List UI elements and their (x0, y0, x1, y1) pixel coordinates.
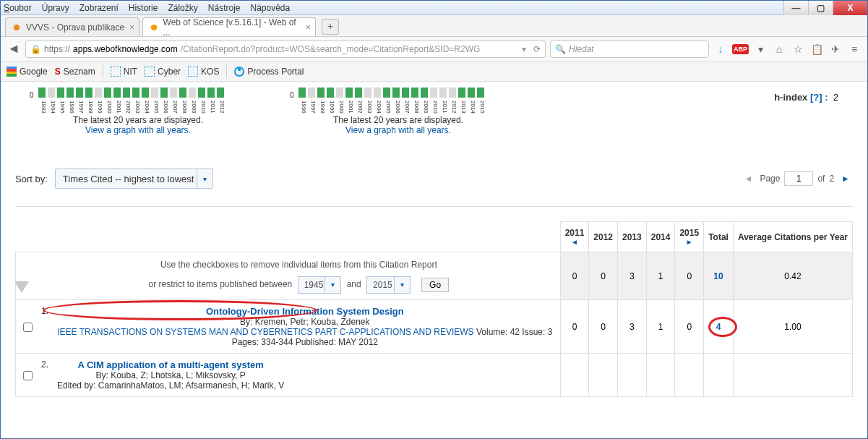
table-row: 1. Ontology-Driven Information System De… (16, 300, 853, 354)
year-to-select[interactable]: 2015▾ (366, 276, 411, 294)
new-tab-button[interactable]: + (322, 19, 339, 35)
svg-text:1998: 1998 (87, 101, 94, 114)
year-prev-icon[interactable]: ◄ (565, 238, 585, 246)
table-row: 2. A CIM application of a multi-agent sy… (16, 354, 853, 397)
svg-text:2003: 2003 (366, 101, 373, 114)
pager-page-input[interactable] (784, 171, 813, 186)
record-title-link[interactable]: Ontology-Driven Information System Desig… (206, 306, 404, 317)
col-year-2015: 2015► (675, 222, 704, 252)
url-path: /CitationReport.do?product=WOS&search_mo… (181, 44, 481, 54)
pager-next-button[interactable]: ► (838, 174, 853, 184)
svg-text:1995: 1995 (59, 101, 66, 114)
bookmark-google[interactable]: Google (7, 67, 48, 77)
menu-historie[interactable]: Historie (129, 3, 158, 13)
url-dropdown-icon[interactable]: ▾ (522, 44, 526, 54)
reload-icon[interactable]: ⟳ (533, 44, 541, 54)
svg-text:2010: 2010 (200, 101, 207, 114)
svg-text:2006: 2006 (163, 101, 169, 114)
col-year-2011: 2011◄ (560, 222, 589, 252)
svg-rect-33 (189, 88, 196, 98)
search-placeholder: Hledat (569, 44, 594, 54)
row-checkbox[interactable] (23, 307, 33, 347)
svg-text:2001: 2001 (116, 101, 122, 114)
cell-2014: 1 (646, 300, 675, 354)
svg-text:1999: 1999 (97, 101, 103, 114)
summary-total[interactable]: 10 (704, 252, 734, 300)
pager-prev-button[interactable]: ◄ (741, 174, 755, 184)
col-year-2013: 2013 (618, 222, 647, 252)
svg-rect-74 (449, 88, 456, 98)
col-total: Total (704, 222, 734, 252)
browser-search-input[interactable]: 🔍 Hledat (550, 41, 709, 58)
clipboard-icon[interactable]: 📋 (809, 43, 824, 55)
record-source-link[interactable]: IEEE TRANSACTIONS ON SYSTEMS MAN AND CYB… (57, 327, 473, 337)
bookmark-seznam[interactable]: SSeznam (55, 67, 95, 77)
menu-soubor[interactable]: Soubor (4, 3, 32, 13)
sort-dropdown-value: Times Cited -- highest to lowest (63, 174, 194, 184)
svg-rect-5 (57, 88, 64, 98)
send-icon[interactable]: ✈ (828, 43, 843, 55)
sort-by-label: Sort by: (15, 174, 48, 184)
bookmark-star-icon[interactable]: ☆ (791, 43, 805, 55)
svg-text:1993: 1993 (40, 101, 47, 114)
row-checkbox[interactable] (23, 361, 33, 391)
window-maximize-button[interactable]: ▢ (808, 1, 833, 15)
home-icon[interactable]: ⌂ (772, 43, 786, 55)
bookmark-process-portal[interactable]: Process Portal (234, 67, 304, 77)
bookmark-kos[interactable]: KOS (188, 67, 219, 77)
window-minimize-button[interactable]: — (783, 1, 808, 15)
svg-rect-37 (207, 88, 215, 98)
svg-rect-31 (179, 88, 186, 98)
browser-tab-wos[interactable]: Web of Science [v.5.16.1] - Web of ... × (142, 17, 316, 36)
svg-text:2003: 2003 (134, 101, 141, 114)
folder-icon (145, 67, 155, 77)
row-number: 1. (41, 306, 48, 347)
hamburger-menu-icon[interactable]: ≡ (847, 43, 861, 55)
svg-text:2012: 2012 (219, 101, 225, 114)
menu-zobrazeni[interactable]: Zobrazení (80, 3, 119, 13)
chart-all-years-link[interactable]: View a graph with all years. (30, 125, 246, 135)
abp-dropdown-icon[interactable]: ▾ (753, 43, 768, 55)
cell-total[interactable]: 4 (704, 300, 734, 354)
svg-rect-66 (411, 88, 418, 98)
svg-text:1996: 1996 (301, 101, 307, 114)
record-title-link[interactable]: A CIM application of a multi-agent syste… (77, 359, 263, 370)
summary-2012: 0 (589, 252, 618, 300)
nav-back-button[interactable]: ◄ (7, 42, 21, 56)
browser-tab-vvvs[interactable]: VVVS - Oprava publikace × (5, 17, 139, 36)
bookmark-cyber[interactable]: Cyber (145, 67, 181, 77)
svg-rect-70 (430, 88, 437, 98)
year-next-icon[interactable]: ► (679, 238, 699, 246)
svg-rect-42 (298, 88, 306, 98)
menu-upravy[interactable]: Úpravy (42, 3, 69, 13)
svg-text:2012: 2012 (451, 101, 457, 114)
menu-nastroje[interactable]: Nástroje (208, 3, 241, 13)
chevron-down-icon: ▾ (325, 277, 340, 293)
tab-close-icon[interactable]: × (129, 22, 134, 33)
go-button[interactable]: Go (421, 278, 449, 292)
page-content: 0199319941995199619971998199920002001200… (1, 82, 867, 438)
google-icon (7, 67, 17, 77)
menu-zalozky[interactable]: Záložky (168, 3, 197, 13)
svg-rect-3 (48, 88, 55, 98)
svg-text:1994: 1994 (50, 101, 56, 114)
window-close-button[interactable]: X (833, 1, 867, 15)
chart-all-years-link[interactable]: View a graph with all years. (290, 125, 507, 135)
year-from-select[interactable]: 1945▾ (298, 276, 342, 294)
bookmark-nit[interactable]: NIT (111, 67, 137, 77)
chevron-down-icon: ▾ (394, 277, 410, 293)
menu-napoveda[interactable]: Nápověda (250, 3, 290, 13)
tab-close-icon[interactable]: × (306, 22, 311, 33)
url-bar[interactable]: 🔒 https://apps.webofknowledge.com/Citati… (25, 41, 546, 58)
h-index-help-link[interactable]: [?] : (810, 92, 828, 103)
download-icon[interactable]: ↓ (713, 43, 728, 55)
pager: ◄ Page of 2 ► (741, 171, 853, 186)
folder-icon (188, 67, 198, 77)
tab-favicon-icon (149, 22, 159, 33)
svg-text:2015: 2015 (479, 101, 486, 114)
filter-instruction-1: Use the checkboxes to remove individual … (45, 258, 553, 272)
sort-dropdown[interactable]: Times Cited -- highest to lowest ▾ (55, 169, 214, 189)
seznam-icon: S (55, 67, 61, 77)
arrow-down-icon (14, 281, 29, 293)
abp-icon[interactable]: ABP (732, 44, 749, 54)
